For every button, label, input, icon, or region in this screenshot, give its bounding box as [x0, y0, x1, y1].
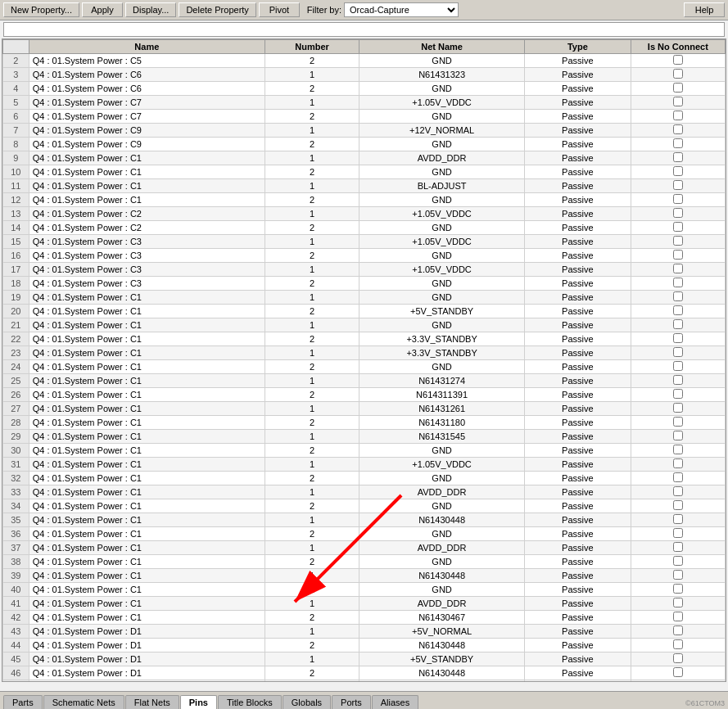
table-row[interactable]: 40Q4 : 01.System Power : C12GNDPassive — [3, 583, 726, 597]
cell-noconnect[interactable] — [631, 569, 725, 583]
noconnect-checkbox[interactable] — [673, 222, 683, 232]
noconnect-checkbox[interactable] — [673, 83, 683, 93]
tab-ports[interactable]: Ports — [332, 695, 371, 709]
table-row[interactable]: 3Q4 : 01.System Power : C61N61431323Pass… — [3, 68, 726, 82]
tab-globals[interactable]: Globals — [283, 695, 331, 709]
tab-flat-nets[interactable]: Flat Nets — [125, 695, 179, 709]
cell-noconnect[interactable] — [631, 179, 725, 193]
cell-noconnect[interactable] — [631, 360, 725, 374]
noconnect-checkbox[interactable] — [673, 180, 683, 190]
noconnect-checkbox[interactable] — [673, 639, 683, 649]
table-row[interactable]: 41Q4 : 01.System Power : C11AVDD_DDRPass… — [3, 597, 726, 611]
table-row[interactable]: 12Q4 : 01.System Power : C12GNDPassive — [3, 193, 726, 207]
cell-noconnect[interactable] — [631, 54, 725, 68]
noconnect-checkbox[interactable] — [673, 625, 683, 635]
noconnect-checkbox[interactable] — [673, 445, 683, 454]
table-row[interactable]: 19Q4 : 01.System Power : C11GNDPassive — [3, 291, 726, 305]
table-row[interactable]: 46Q4 : 01.System Power : D12N61430448Pas… — [3, 666, 726, 680]
cell-noconnect[interactable] — [631, 193, 725, 207]
noconnect-checkbox[interactable] — [673, 389, 683, 399]
cell-noconnect[interactable] — [631, 332, 725, 346]
tab-aliases[interactable]: Aliases — [372, 695, 418, 709]
noconnect-checkbox[interactable] — [673, 472, 683, 482]
noconnect-checkbox[interactable] — [673, 152, 683, 162]
noconnect-checkbox[interactable] — [673, 264, 683, 273]
table-row[interactable]: 7Q4 : 01.System Power : C91+12V_NORMALPa… — [3, 124, 726, 138]
table-row[interactable]: 47Q4 : 01.System Power : J11GNDPassive — [3, 680, 726, 683]
table-row[interactable]: 43Q4 : 01.System Power : D11+5V_NORMALPa… — [3, 625, 726, 639]
noconnect-checkbox[interactable] — [673, 667, 683, 677]
help-button[interactable]: Help — [684, 2, 725, 17]
table-row[interactable]: 27Q4 : 01.System Power : C11N61431261Pas… — [3, 402, 726, 416]
noconnect-checkbox[interactable] — [673, 55, 683, 65]
table-row[interactable]: 24Q4 : 01.System Power : C12GNDPassive — [3, 360, 726, 374]
tab-schematic-nets[interactable]: Schematic Nets — [43, 695, 124, 709]
tab-parts[interactable]: Parts — [3, 695, 43, 709]
cell-noconnect[interactable] — [631, 263, 725, 277]
table-row[interactable]: 9Q4 : 01.System Power : C11AVDD_DDRPassi… — [3, 151, 726, 165]
table-row[interactable]: 28Q4 : 01.System Power : C12N61431180Pas… — [3, 416, 726, 430]
cell-noconnect[interactable] — [631, 96, 725, 110]
cell-noconnect[interactable] — [631, 499, 725, 513]
apply-button[interactable]: Apply — [82, 2, 123, 17]
noconnect-checkbox[interactable] — [673, 250, 683, 260]
col-header-number[interactable]: Number — [265, 40, 359, 54]
noconnect-checkbox[interactable] — [673, 681, 683, 682]
table-row[interactable]: 26Q4 : 01.System Power : C12N614311391Pa… — [3, 388, 726, 402]
cell-noconnect[interactable] — [631, 666, 725, 680]
noconnect-checkbox[interactable] — [673, 333, 683, 343]
cell-noconnect[interactable] — [631, 513, 725, 527]
noconnect-checkbox[interactable] — [673, 361, 683, 371]
table-row[interactable]: 21Q4 : 01.System Power : C11GNDPassive — [3, 318, 726, 332]
cell-noconnect[interactable] — [631, 124, 725, 138]
noconnect-checkbox[interactable] — [673, 69, 683, 79]
cell-noconnect[interactable] — [631, 485, 725, 499]
new-property-button[interactable]: New Property... — [3, 2, 79, 17]
noconnect-checkbox[interactable] — [673, 431, 683, 440]
cell-noconnect[interactable] — [631, 207, 725, 221]
noconnect-checkbox[interactable] — [673, 570, 683, 580]
cell-noconnect[interactable] — [631, 541, 725, 555]
noconnect-checkbox[interactable] — [673, 528, 683, 538]
cell-noconnect[interactable] — [631, 374, 725, 388]
cell-noconnect[interactable] — [631, 680, 725, 683]
table-row[interactable]: 42Q4 : 01.System Power : C12N61430467Pas… — [3, 611, 726, 625]
noconnect-checkbox[interactable] — [673, 319, 683, 329]
table-row[interactable]: 37Q4 : 01.System Power : C11AVDD_DDRPass… — [3, 541, 726, 555]
table-row[interactable]: 31Q4 : 01.System Power : C11+1.05V_VDDCP… — [3, 458, 726, 472]
cell-noconnect[interactable] — [631, 555, 725, 569]
cell-noconnect[interactable] — [631, 625, 725, 639]
noconnect-checkbox[interactable] — [673, 514, 683, 524]
table-row[interactable]: 15Q4 : 01.System Power : C31+1.05V_VDDCP… — [3, 235, 726, 249]
cell-noconnect[interactable] — [631, 402, 725, 416]
noconnect-checkbox[interactable] — [673, 653, 683, 663]
table-row[interactable]: 8Q4 : 01.System Power : C92GNDPassive — [3, 138, 726, 151]
cell-noconnect[interactable] — [631, 277, 725, 291]
noconnect-checkbox[interactable] — [673, 208, 683, 218]
table-row[interactable]: 45Q4 : 01.System Power : D11+5V_STANDBYP… — [3, 653, 726, 666]
noconnect-checkbox[interactable] — [673, 138, 683, 148]
filter-select[interactable]: Orcad-Capture — [344, 2, 459, 17]
cell-noconnect[interactable] — [631, 597, 725, 611]
noconnect-checkbox[interactable] — [673, 500, 683, 510]
table-row[interactable]: 32Q4 : 01.System Power : C12GNDPassive — [3, 472, 726, 485]
noconnect-checkbox[interactable] — [673, 556, 683, 566]
table-row[interactable]: 14Q4 : 01.System Power : C22GNDPassive — [3, 221, 726, 235]
table-row[interactable]: 25Q4 : 01.System Power : C11N61431274Pas… — [3, 374, 726, 388]
cell-noconnect[interactable] — [631, 583, 725, 597]
table-row[interactable]: 5Q4 : 01.System Power : C71+1.05V_VDDCPa… — [3, 96, 726, 110]
table-row[interactable]: 29Q4 : 01.System Power : C11N61431545Pas… — [3, 430, 726, 444]
table-row[interactable]: 6Q4 : 01.System Power : C72GNDPassive — [3, 110, 726, 124]
noconnect-checkbox[interactable] — [673, 486, 683, 496]
table-row[interactable]: 30Q4 : 01.System Power : C12GNDPassive — [3, 444, 726, 458]
cell-noconnect[interactable] — [631, 235, 725, 249]
table-row[interactable]: 16Q4 : 01.System Power : C32GNDPassive — [3, 249, 726, 263]
noconnect-checkbox[interactable] — [673, 97, 683, 106]
table-row[interactable]: 10Q4 : 01.System Power : C12GNDPassive — [3, 165, 726, 179]
cell-noconnect[interactable] — [631, 346, 725, 360]
cell-noconnect[interactable] — [631, 291, 725, 305]
noconnect-checkbox[interactable] — [673, 403, 683, 413]
table-row[interactable]: 36Q4 : 01.System Power : C12GNDPassive — [3, 527, 726, 541]
cell-noconnect[interactable] — [631, 138, 725, 151]
table-row[interactable]: 39Q4 : 01.System Power : C11N61430448Pas… — [3, 569, 726, 583]
